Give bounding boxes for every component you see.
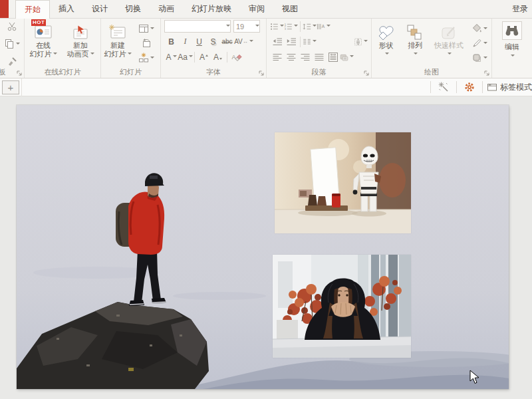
reset-slide-icon <box>141 38 152 49</box>
line-spacing-button[interactable] <box>303 20 317 33</box>
line-spacing-icon <box>303 21 311 32</box>
new-animation-page-button[interactable]: 新加 动画页 <box>62 19 99 68</box>
font-size-combo[interactable]: 19 <box>233 20 260 33</box>
cut-button[interactable] <box>7 21 17 32</box>
tab-animations[interactable]: 动画 <box>150 0 183 18</box>
divider <box>194 52 195 63</box>
align-center-button[interactable] <box>284 51 298 64</box>
new-animation-label-line1: 新加 <box>73 41 88 50</box>
picture-woman[interactable] <box>273 255 411 358</box>
file-menu-edge[interactable] <box>0 0 9 18</box>
clear-formatting-button[interactable] <box>229 51 243 64</box>
chevron-down-icon <box>90 53 94 57</box>
increase-indent-button[interactable] <box>284 35 298 49</box>
reset-slide-button[interactable] <box>134 38 158 49</box>
font-group: 19 B I U S abc AV↔ A Aa A A <box>161 19 267 78</box>
drawing-dialog-launcher[interactable] <box>484 70 490 76</box>
login-button[interactable]: 登录 <box>508 0 532 18</box>
clipboard-dialog-launcher[interactable] <box>17 70 23 76</box>
numbering-button[interactable] <box>284 20 298 33</box>
char-spacing-label: AV <box>234 38 243 45</box>
font-group-label: 字体 <box>161 68 266 78</box>
copy-button[interactable] <box>4 39 20 49</box>
paragraph-content <box>267 19 371 68</box>
divider <box>456 81 457 93</box>
tab-transitions[interactable]: 切换 <box>116 0 150 18</box>
change-case-button[interactable]: Aa <box>178 51 192 64</box>
columns-icon <box>303 37 311 47</box>
edit-icon-box <box>502 21 522 40</box>
slide-canvas[interactable] <box>0 96 532 399</box>
slide[interactable] <box>17 105 509 389</box>
shrink-font-button[interactable]: A <box>211 51 225 64</box>
columns-button[interactable] <box>303 35 317 49</box>
tab-design[interactable]: 设计 <box>83 0 116 18</box>
slides-group-label: 幻灯片 <box>101 68 160 78</box>
tab-insert[interactable]: 插入 <box>50 0 83 18</box>
decrease-indent-button[interactable] <box>270 35 284 49</box>
new-section-button[interactable] <box>134 53 158 63</box>
font-name-combo[interactable] <box>164 20 231 33</box>
distribute-icon <box>328 52 338 63</box>
online-slide-button[interactable]: HOT 在线 幻灯片 <box>25 19 62 68</box>
font-dialog-launcher[interactable] <box>259 70 265 76</box>
add-slide-tab-button[interactable]: + <box>2 80 19 94</box>
text-shadow-button[interactable]: S <box>206 35 220 49</box>
shrink-font-label: A <box>213 53 219 62</box>
align-left-button[interactable] <box>270 51 284 64</box>
font-size-value: 19 <box>234 23 254 31</box>
new-slide-button[interactable]: 新建 幻灯片 <box>101 19 134 68</box>
shape-effects-button[interactable] <box>467 53 491 63</box>
change-case-label: Aa <box>178 53 188 62</box>
paragraph-dialog-launcher[interactable] <box>364 70 370 76</box>
ribbon-tabs: 开始 插入 设计 切换 动画 幻灯片放映 审阅 视图 <box>15 0 307 18</box>
character-spacing-button[interactable]: AV↔ <box>234 35 248 49</box>
arrange-button[interactable]: 排列 <box>401 19 430 68</box>
shape-outline-button[interactable] <box>467 38 491 49</box>
quick-styles-button[interactable]: 快速样式 <box>430 19 467 68</box>
clear-formatting-icon <box>231 52 242 63</box>
align-left-icon <box>272 52 283 63</box>
paragraph-group-label: 段落 <box>267 68 371 78</box>
shape-effects-icon <box>471 53 482 63</box>
bullets-button[interactable] <box>270 20 284 33</box>
tab-slideshow[interactable]: 幻灯片放映 <box>183 0 240 18</box>
shape-outline-icon <box>471 38 482 49</box>
grow-font-button[interactable]: A <box>197 51 211 64</box>
shape-fill-button[interactable] <box>467 23 491 34</box>
tab-home[interactable]: 开始 <box>15 0 50 19</box>
slide-background-image[interactable] <box>17 105 509 389</box>
settings-gear-button[interactable] <box>461 80 478 94</box>
tab-review[interactable]: 审阅 <box>240 0 273 18</box>
distribute-button[interactable] <box>326 51 340 64</box>
align-center-icon <box>286 52 297 63</box>
paragraph-row-2 <box>267 34 371 49</box>
picture-stormtrooper[interactable] <box>275 132 411 233</box>
paragraph-row-1 <box>267 19 371 34</box>
chevron-down-icon <box>414 53 418 57</box>
shapes-button[interactable]: 形状 <box>372 19 401 68</box>
smartart-button[interactable] <box>340 51 354 64</box>
font-color-button[interactable]: A <box>164 51 178 64</box>
underline-button[interactable]: U <box>192 35 206 49</box>
tab-view[interactable]: 视图 <box>273 0 307 18</box>
decrease-indent-icon <box>272 37 283 47</box>
magic-wand-button[interactable] <box>435 80 452 94</box>
italic-button[interactable]: I <box>178 35 192 49</box>
chevron-down-icon <box>294 25 298 29</box>
chevron-down-icon <box>327 25 331 29</box>
woman-photo-art <box>273 255 411 358</box>
tabbar-spacer <box>307 0 508 18</box>
tag-mode-button[interactable]: 标签模式 <box>487 82 532 93</box>
font-row-1: 19 <box>161 19 266 34</box>
online-slides-group: HOT 在线 幻灯片 新加 动画页 在线幻灯片 <box>25 19 101 78</box>
bold-button[interactable]: B <box>164 35 178 49</box>
text-direction-button[interactable] <box>317 20 331 33</box>
align-right-button[interactable] <box>298 51 312 64</box>
justify-button[interactable] <box>312 51 326 64</box>
edit-button[interactable]: 编辑 <box>502 19 522 59</box>
slide-layout-button[interactable] <box>134 23 158 34</box>
align-text-button[interactable] <box>354 35 368 49</box>
strikethrough-button[interactable]: abc <box>220 35 234 49</box>
format-painter-button[interactable] <box>7 56 17 66</box>
